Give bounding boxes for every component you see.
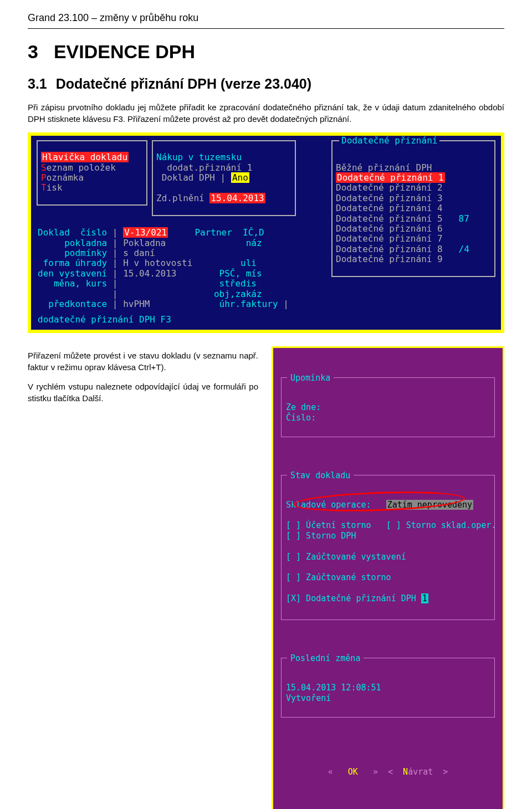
intro-paragraph: Při zápisu prvotního dokladu jej můžete … [28,101,504,125]
zdplneni-value[interactable]: 15.04.2013 [209,193,265,203]
subsection-text: Dodatečné přiznání DPH (verze 23.040) [56,76,311,91]
chk-storno-sklad[interactable]: [ ] Storno sklad.oper. [386,520,497,530]
upominka-cislo: Číslo: [286,413,316,423]
ok-button[interactable]: OK [348,767,358,777]
sklad-label: Skladové operace: [286,500,371,510]
fl-doklad: Doklad číslo [38,227,107,238]
popup-item-3[interactable]: Dodatečné přiznání 3 [336,193,443,203]
chk-zauctovane-vyst[interactable]: [ ] Zaúčtované vystavení [286,552,406,562]
upominka-title: Upomínka [287,373,334,383]
buttons-row: « OK » < Návrat > [281,756,495,787]
fp-psc: PSČ, mís [219,268,262,279]
fv-forma[interactable]: H v hotovosti [123,258,192,268]
navrat-button[interactable]: Návrat [403,767,433,777]
fp-partner: Partner IČ,D [195,227,264,238]
section-title: 3EVIDENCE DPH [28,39,504,65]
fv-doklad[interactable]: V-13/021 [123,227,168,238]
stav-box: Stav dokladu Skladové operace: Zatím nep… [281,475,495,620]
screenshot-1: Hlavička dokladu Seznam položek Poznámka… [31,136,501,330]
section-number: 3 [28,41,38,62]
posledni-title: Poslední změna [287,653,364,664]
section-text: EVIDENCE DPH [54,41,195,62]
fl-mena: měna, kurs [54,278,107,289]
page-header: Grand 23.100 – změny v průběhu roku [28,11,504,25]
chk-ucetni-storno[interactable]: [ ] Účetní storno [286,520,371,530]
fp-naz: náz [246,238,262,248]
fl-den: den vystavení [38,268,107,279]
rule [28,28,504,29]
subsection-number: 3.1 [28,76,47,91]
posledni-vytvoreni: Vytvoření [286,693,331,703]
fp-uhr: úhr.faktury [219,299,278,309]
doklad-dph-label: Doklad DPH [162,172,215,183]
menu-item-hlavicka[interactable]: Hlavička dokladu [41,152,129,162]
fl-pokladna: pokladna [64,238,107,248]
para2a: Přiřazení můžete provést i ve stavu dokl… [28,350,258,373]
status-bar: dodatečné přiznání DPH F3 [38,315,171,325]
popup-item-2[interactable]: Dodatečné přiznání 2 [336,182,443,193]
popup-item-1-selected[interactable]: Dodatečné přiznání 1 [336,172,445,183]
posledni-date: 15.04.2013 12:08:51 [286,683,381,693]
upominka-box: Upomínka Ze dne: Číslo: [281,377,495,437]
popup-item-4[interactable]: Dodatečné přiznání 4 [336,203,443,213]
fv-pokladna[interactable]: Pokladna [123,238,166,248]
menu-item-poznamka[interactable]: Poznámka [41,172,84,183]
left-menu: Hlavička dokladu Seznam položek Poznámka… [37,140,147,206]
nakup-dodat: dodat.přiznání 1 [167,162,252,173]
nakup-title: Nákup v tuzemsku [156,152,242,162]
upominka-ze-dne: Ze dne: [286,402,321,412]
chk-dodatecne-value[interactable]: 1 [421,593,428,603]
fl-forma: forma úhrady [43,258,108,268]
fl-predk: předkontace [48,299,107,309]
doklad-dph-value[interactable]: Ano [231,172,249,183]
screenshot-2: Upomínka Ze dne: Číslo: Stav dokladu Skl… [272,346,504,809]
para2b: V rychlém vstupu naleznete odpovídající … [28,381,258,404]
chk-dodatecne-priznani[interactable]: [X] Dodatečné přiznání DPH [286,593,421,603]
menu-item-tisk[interactable]: Tisk [41,182,63,193]
posledni-box: Poslední změna 15.04.2013 12:08:51 Vytvo… [281,658,495,718]
chk-zauctovane-storno[interactable]: [ ] Zaúčtované storno [286,572,391,582]
fl-podminky: podmínky [64,248,107,258]
form-body: Doklad číslo | V-13/021 Partner IČ,D pok… [38,218,494,310]
screenshot-1-frame: Hlavička dokladu Seznam položek Poznámka… [28,132,504,333]
stav-title: Stav dokladu [287,470,354,481]
fp-uli: uli [241,258,257,268]
popup-item-0[interactable]: Běžné přiznání DPH [336,162,432,173]
chk-storno-dph[interactable]: [ ] Storno DPH [286,531,356,541]
fv-podminky[interactable]: s daní [123,248,155,258]
fp-stred: středis [219,278,257,289]
fv-predk[interactable]: hvPHM [123,299,150,309]
fv-den[interactable]: 15.04.2013 [123,268,176,279]
sklad-value: Zatím neprovedeny [386,500,474,510]
fp-obj: obj,zakáz [214,289,262,299]
menu-item-seznam[interactable]: Seznam položek [41,162,116,173]
zdplneni-label: Zd.plnění [156,193,204,203]
subsection-title: 3.1Dodatečné přiznání DPH (verze 23.040) [28,74,504,94]
popup-title: Dodatečné přiznání [339,136,439,146]
nakup-box: Nákup v tuzemsku dodat.přiznání 1 Doklad… [152,140,296,216]
